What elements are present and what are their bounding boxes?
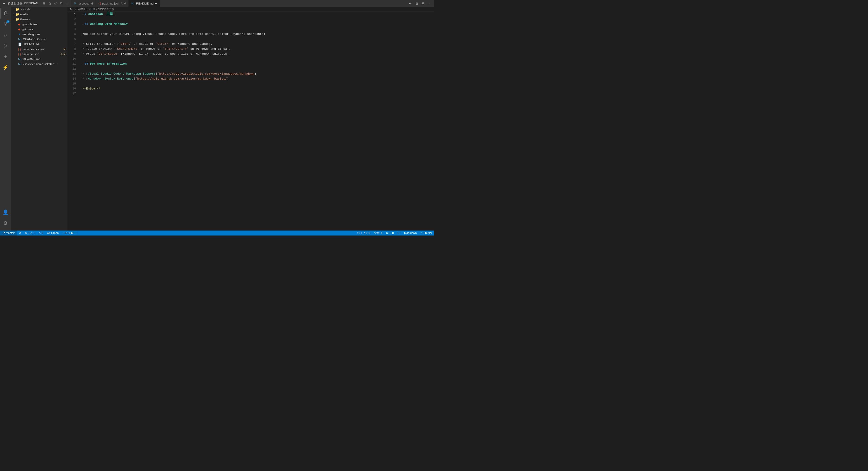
- action-copy[interactable]: ⎘: [42, 1, 46, 6]
- statusbar-encoding[interactable]: UTF-8: [384, 230, 396, 236]
- code-line-14: * [Markdown Syntax Reference](https://he…: [82, 76, 434, 81]
- activity-source-control[interactable]: ⑂ 2: [0, 19, 11, 29]
- h1-hash: #: [85, 12, 86, 17]
- vim-mode-label: -- INSERT --: [62, 231, 77, 234]
- split-editor-btn[interactable]: ⊡: [414, 1, 419, 6]
- activity-remote[interactable]: ⚡: [0, 62, 11, 73]
- code-line-17: [82, 91, 434, 96]
- sidebar-item-gitignore[interactable]: ◆ .gitignore: [11, 27, 67, 32]
- sidebar-item-license[interactable]: 📄 LICENSE.txt: [11, 41, 67, 46]
- activity-settings[interactable]: ⚙: [0, 218, 11, 229]
- action-refresh[interactable]: ↺: [53, 1, 58, 6]
- line-number: 5: [69, 32, 76, 37]
- bullet: * [: [82, 71, 88, 76]
- sidebar-item-label: LICENSE.txt: [23, 42, 39, 46]
- statusbar-spaces[interactable]: 空格: 4: [372, 230, 384, 236]
- git-graph-label: Git Graph: [47, 231, 59, 234]
- sidebar-item-package-json[interactable]: { } package.json 1, M: [11, 52, 67, 57]
- space: [88, 61, 90, 66]
- statusbar-eol[interactable]: LF: [396, 230, 402, 236]
- info-icon: ⚠: [38, 231, 41, 234]
- md-icon: M↓: [131, 2, 135, 5]
- menu-icon[interactable]: ≡: [2, 1, 6, 6]
- sidebar-item-themes[interactable]: › 📁 themes: [11, 17, 67, 22]
- line-number: 2: [69, 17, 76, 22]
- sidebar-item-label: .gitignore: [21, 28, 33, 31]
- line-number: 3: [69, 22, 76, 27]
- tab-label: README.md: [136, 2, 153, 5]
- project-title: 资源管理器: OBSIDIAN: [8, 1, 38, 5]
- statusbar-sync[interactable]: ↺: [17, 230, 23, 236]
- sidebar-item-vscode[interactable]: › 📁 .vscode: [11, 7, 67, 12]
- statusbar-branch[interactable]: ⎇ master*: [0, 230, 17, 236]
- statusbar-language[interactable]: Markdown: [402, 230, 418, 236]
- more-btn[interactable]: ···: [427, 1, 432, 6]
- sidebar-item-label: README.md: [23, 57, 40, 61]
- statusbar-errors[interactable]: ⊗ 0 △ 1: [23, 230, 36, 236]
- warning-icon: △: [30, 231, 32, 234]
- tab-vscode-md[interactable]: M↓ vscode.md: [71, 0, 96, 7]
- maximize-btn[interactable]: ⧉: [421, 1, 425, 6]
- paren-open: ](: [133, 76, 137, 81]
- md-icon: M↓: [74, 2, 77, 5]
- eol-label: LF: [397, 231, 401, 234]
- statusbar-left: ⎇ master* ↺ ⊗ 0 △ 1 ⚠ 0 Git Graph -- INS…: [0, 230, 79, 236]
- inline-code: `Shift+Cmd+V`: [115, 46, 139, 52]
- activity-search[interactable]: ⌕: [0, 29, 11, 40]
- sidebar-item-gitattributes[interactable]: ◆ .gitattributes: [11, 22, 67, 27]
- sidebar-item-package-lock[interactable]: { } package-lock.json M: [11, 46, 67, 52]
- json-icon: { }: [18, 53, 21, 56]
- space: [88, 22, 90, 27]
- activity-explorer[interactable]: ⎙: [0, 8, 11, 19]
- json-icon: { }: [18, 48, 21, 51]
- sidebar-item-label: themes: [20, 18, 30, 21]
- code-line-12: [82, 66, 434, 71]
- statusbar-info[interactable]: ⚠ 0: [37, 230, 45, 236]
- statusbar-git-graph[interactable]: Git Graph: [45, 230, 60, 236]
- activity-extensions[interactable]: ⊞: [0, 51, 11, 62]
- sidebar-item-changelog[interactable]: M↓ CHANGELOG.md: [11, 37, 67, 41]
- code-line-7: * Split the editor (`Cmd+\` on macOS or …: [82, 41, 434, 46]
- tabs-area: M↓ vscode.md { } package.json 1, M M↓ RE…: [71, 0, 406, 7]
- sidebar-item-readme[interactable]: M↓ README.md: [11, 57, 67, 61]
- code-content[interactable]: ⌄ # obsidian 主题 ⌄ ## Working with M: [79, 12, 434, 230]
- text: on Windows and Linux).: [188, 46, 230, 52]
- activity-account[interactable]: 👤: [0, 207, 11, 218]
- sidebar-item-vscodeignore[interactable]: ✦ .vscodeignore: [11, 32, 67, 37]
- extensions-icon: ⊞: [3, 54, 7, 59]
- action-more[interactable]: ···: [65, 1, 70, 6]
- code-line-2: [82, 17, 434, 22]
- folder-icon: 📁: [16, 13, 19, 16]
- prettier-icon: ✓: [420, 231, 423, 234]
- tab-package-json[interactable]: { } package.json 1, M: [96, 0, 129, 7]
- fold-icon[interactable]: ⌄: [82, 12, 84, 17]
- statusbar-vim-mode: -- INSERT --: [60, 230, 79, 236]
- folder-icon: 📁: [16, 8, 19, 11]
- line-number: 7: [69, 41, 76, 46]
- text: on macOS or: [139, 46, 163, 52]
- code-area[interactable]: 1 2 3 4 5 6 7 8 9 10 11 12 13 14 15 16 1…: [67, 12, 434, 230]
- info-count: 0: [42, 231, 43, 234]
- activity-bar-bottom: 👤 ⚙: [0, 207, 11, 230]
- tab-readme-md[interactable]: M↓ README.md ●: [129, 0, 160, 7]
- activity-run[interactable]: ▷: [0, 40, 11, 51]
- action-split[interactable]: ⧉: [59, 1, 64, 6]
- line-number: 9: [69, 52, 76, 57]
- statusbar-prettier[interactable]: ✓ Prettier: [418, 230, 434, 236]
- json-icon: { }: [98, 2, 101, 5]
- action-print[interactable]: ⎙: [48, 1, 52, 6]
- line-number: 4: [69, 27, 76, 32]
- fold-icon[interactable]: ⌄: [82, 61, 84, 66]
- space: [103, 12, 106, 17]
- git-icon: ◆: [18, 23, 20, 26]
- line-number: 11: [69, 61, 76, 66]
- sidebar-item-media[interactable]: › 📁 media: [11, 12, 67, 17]
- sidebar-item-vsc-quickstart[interactable]: M↓ vsc-extension-quickstart...: [11, 61, 67, 66]
- history-btn[interactable]: ↩: [408, 1, 412, 6]
- sidebar-item-label: package-lock.json: [22, 48, 45, 51]
- spaces-label: 空格: 4: [374, 231, 382, 235]
- breadcrumb-sep: ›: [92, 8, 92, 11]
- fold-icon[interactable]: ⌄: [82, 22, 84, 27]
- statusbar-position[interactable]: 行 1, 列 16: [355, 230, 372, 236]
- h1-content: obsidian: [88, 12, 103, 17]
